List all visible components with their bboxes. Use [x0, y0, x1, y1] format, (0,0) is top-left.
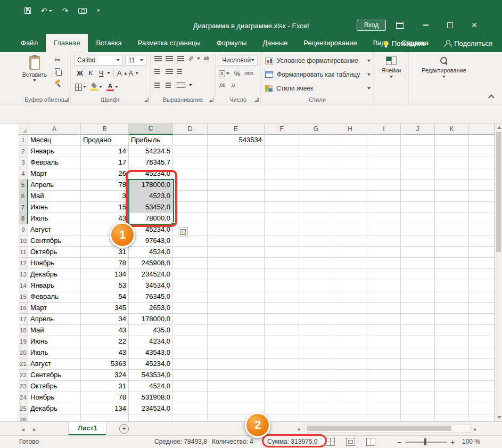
- copy-button[interactable]: [51, 67, 64, 76]
- row-header-12[interactable]: 12: [19, 258, 28, 269]
- format-painter-button[interactable]: [51, 78, 64, 88]
- cell-filler10[interactable]: [469, 235, 495, 247]
- cell-G6[interactable]: [299, 191, 333, 202]
- percent-format-button[interactable]: %: [233, 69, 242, 78]
- cell-F4[interactable]: [265, 168, 299, 180]
- cell-E11[interactable]: [208, 247, 265, 258]
- cell-G8[interactable]: [299, 213, 333, 224]
- cell-E17[interactable]: [208, 314, 265, 325]
- cell-F8[interactable]: [265, 213, 299, 224]
- row-header-1[interactable]: 1: [19, 135, 28, 146]
- vertical-scrollbar[interactable]: [495, 124, 502, 421]
- cell-E16[interactable]: [208, 303, 265, 314]
- maximize-button[interactable]: [442, 18, 458, 32]
- cell-B7[interactable]: 15: [81, 202, 129, 213]
- cell-A19[interactable]: Июнь: [28, 336, 81, 347]
- cell-A21[interactable]: Август: [28, 359, 81, 370]
- cell-G25[interactable]: [299, 403, 333, 414]
- column-header-D[interactable]: D: [173, 124, 208, 135]
- customize-qat-button[interactable]: [97, 10, 100, 12]
- align-center-icon[interactable]: [166, 69, 173, 74]
- cell-A9[interactable]: Август: [28, 224, 81, 235]
- cell-F16[interactable]: [265, 303, 299, 314]
- cell-filler7[interactable]: [469, 202, 495, 213]
- cell-G16[interactable]: [299, 303, 333, 314]
- cell-I6[interactable]: [367, 191, 401, 202]
- cell-K9[interactable]: [435, 224, 469, 235]
- cell-G20[interactable]: [299, 347, 333, 359]
- cell-G2[interactable]: [299, 146, 333, 157]
- cell-C4[interactable]: 45234,0: [129, 168, 173, 180]
- column-header-C[interactable]: C: [129, 124, 173, 135]
- cell-D26[interactable]: [173, 414, 208, 421]
- cell-K16[interactable]: [435, 303, 469, 314]
- cell-F6[interactable]: [265, 191, 299, 202]
- dialog-launcher-icon[interactable]: [209, 97, 213, 102]
- cell-B3[interactable]: 17: [81, 157, 129, 168]
- cell-J24[interactable]: [401, 392, 435, 403]
- cell-C23[interactable]: 4524,0: [129, 381, 173, 392]
- cell-A2[interactable]: Январь: [28, 146, 81, 157]
- cell-C25[interactable]: 234524,0: [129, 403, 173, 414]
- cell-F1[interactable]: [265, 135, 299, 146]
- undo-button[interactable]: ↶: [41, 7, 52, 14]
- editing-button[interactable]: Редактирование: [409, 56, 479, 78]
- cell-G14[interactable]: [299, 280, 333, 291]
- cell-H26[interactable]: [333, 414, 367, 421]
- cell-filler21[interactable]: [469, 359, 495, 370]
- row-header-20[interactable]: 20: [19, 347, 28, 359]
- cell-E22[interactable]: [208, 370, 265, 381]
- cell-K22[interactable]: [435, 370, 469, 381]
- cell-A23[interactable]: Октябрь: [28, 381, 81, 392]
- view-page-layout-button[interactable]: [346, 438, 355, 446]
- cell-C8[interactable]: 78000,0: [129, 213, 173, 224]
- cell-H6[interactable]: [333, 191, 367, 202]
- cell-J26[interactable]: [401, 414, 435, 421]
- cell-J12[interactable]: [401, 258, 435, 269]
- cell-D19[interactable]: [173, 336, 208, 347]
- cell-E12[interactable]: [208, 258, 265, 269]
- cell-A18[interactable]: Май: [28, 325, 81, 336]
- cell-G5[interactable]: [299, 180, 333, 191]
- cell-I17[interactable]: [367, 314, 401, 325]
- cell-I23[interactable]: [367, 381, 401, 392]
- italic-button[interactable]: К: [86, 68, 95, 78]
- cell-I26[interactable]: [367, 414, 401, 421]
- cell-B24[interactable]: 78: [81, 392, 129, 403]
- cell-K12[interactable]: [435, 258, 469, 269]
- cell-K17[interactable]: [435, 314, 469, 325]
- cell-H10[interactable]: [333, 235, 367, 247]
- zoom-out-button[interactable]: −: [397, 438, 401, 446]
- cell-A10[interactable]: Сентябрь: [28, 235, 81, 247]
- row-header-6[interactable]: 6: [19, 191, 28, 202]
- row-header-18[interactable]: 18: [19, 325, 28, 336]
- cell-A7[interactable]: Июнь: [28, 202, 81, 213]
- cell-B1[interactable]: Продано: [81, 135, 129, 146]
- cell-F11[interactable]: [265, 247, 299, 258]
- cell-E21[interactable]: [208, 359, 265, 370]
- cell-B6[interactable]: 3: [81, 191, 129, 202]
- cell-filler6[interactable]: [469, 191, 495, 202]
- cell-E6[interactable]: [208, 191, 265, 202]
- sign-in-button[interactable]: Вход: [357, 20, 386, 31]
- cell-filler18[interactable]: [469, 325, 495, 336]
- cell-filler8[interactable]: [469, 213, 495, 224]
- cell-A26[interactable]: [28, 414, 81, 421]
- cut-button[interactable]: ✂: [51, 55, 64, 64]
- cell-J2[interactable]: [401, 146, 435, 157]
- underline-button[interactable]: Ч: [96, 68, 106, 78]
- cell-D10[interactable]: [173, 235, 208, 247]
- cell-G24[interactable]: [299, 392, 333, 403]
- cell-J22[interactable]: [401, 370, 435, 381]
- cell-filler3[interactable]: [469, 157, 495, 168]
- cell-filler24[interactable]: [469, 392, 495, 403]
- cell-I12[interactable]: [367, 258, 401, 269]
- column-header-B[interactable]: B: [81, 124, 129, 135]
- align-left-icon[interactable]: [154, 69, 162, 74]
- row-header-2[interactable]: 2: [19, 146, 28, 157]
- ribbon-tab-Рецензирование[interactable]: Рецензирование: [295, 34, 365, 52]
- cell-filler12[interactable]: [469, 258, 495, 269]
- cell-filler22[interactable]: [469, 370, 495, 381]
- cell-D25[interactable]: [173, 403, 208, 414]
- cell-filler4[interactable]: [469, 168, 495, 180]
